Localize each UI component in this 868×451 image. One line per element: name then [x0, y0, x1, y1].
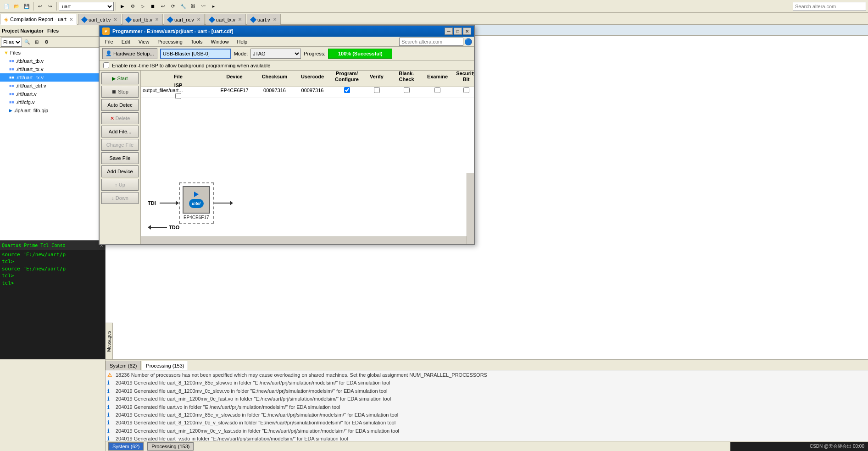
row-isp-cell[interactable] — [143, 93, 214, 99]
toolbar-icon-stop[interactable]: ⏹ — [148, 2, 157, 11]
up-button[interactable]: ↑ Up — [101, 179, 139, 191]
tab-close-uart-tb[interactable]: ✕ — [155, 17, 159, 22]
stop-button[interactable]: ⏹ Stop — [101, 86, 139, 98]
toolbar-icon-undo[interactable]: ↩ — [35, 2, 45, 11]
file-tree: ▼ Files ■■ ./tb/uart_tb.v ■■ ./rtl/uart_… — [0, 48, 105, 250]
messages-area: System (62) Processing (153) ⚠ 18236 Num… — [106, 359, 868, 451]
row-examine-cell[interactable] — [423, 87, 452, 93]
list-item[interactable]: ▶ ./ip/uart_fifo.qip — [0, 106, 105, 115]
tab-close-compilation[interactable]: ✕ — [69, 17, 73, 22]
toolbar-icon-wave[interactable]: 〰 — [199, 2, 208, 11]
toolbar-icon-new[interactable]: 📄 — [2, 2, 11, 11]
enable-isp-checkbox[interactable] — [103, 62, 109, 68]
toolbar-icon-chip[interactable]: 🔧 — [178, 2, 188, 11]
toolbar-icon-more1[interactable]: ↩ — [158, 2, 167, 11]
pn-icon-search[interactable]: 🔍 — [22, 38, 32, 47]
pn-icon-settings[interactable]: ⚙ — [42, 38, 51, 47]
list-item[interactable]: ■■ ./rtl/cfg.v — [0, 98, 105, 106]
row-verify-cell[interactable] — [363, 87, 390, 93]
table-row[interactable]: output_files/uart... EP4CE6F17 00097316 … — [141, 87, 474, 98]
add-file-button[interactable]: Add File... — [101, 126, 139, 138]
footer-tab-system[interactable]: System (62) — [108, 442, 144, 451]
list-item[interactable]: ■■ ./rtl/uart_tx.v — [0, 65, 105, 73]
window-minimize-button[interactable]: ─ — [445, 28, 453, 35]
window-restore-button[interactable]: □ — [454, 28, 462, 35]
blank-checkbox[interactable] — [404, 87, 410, 93]
menu-window[interactable]: Window — [207, 37, 232, 46]
info-icon-8: ℹ — [107, 435, 114, 441]
tab-compilation-report[interactable]: ◈ Compilation Report - uart ✕ — [0, 14, 77, 25]
main-search-input[interactable] — [793, 2, 866, 11]
toolbar-icon-chain[interactable]: ⛓ — [189, 2, 198, 11]
file-ctrl-label: ./rtl/uart_ctrl.v — [16, 83, 46, 88]
tab-uart-rx[interactable]: uart_rx.v ✕ — [164, 14, 205, 25]
row-blank-cell[interactable] — [390, 87, 423, 93]
programmer-search-input[interactable] — [399, 38, 463, 46]
toolbar-icon-more2[interactable]: ⟳ — [168, 2, 178, 11]
footer-tab-processing[interactable]: Processing (153) — [147, 442, 194, 451]
down-label: Down — [116, 195, 128, 201]
change-file-button[interactable]: Change File — [101, 139, 139, 151]
left-panel: Project Navigator Files Files 🔍 ⊞ ⚙ ▼ Fi… — [0, 25, 106, 451]
tab-uart-tb[interactable]: uart_tb.v ✕ — [122, 14, 163, 25]
msg-text-3: 204019 Generated file uart_min_1200mv_0c… — [116, 396, 391, 402]
file-tree-root[interactable]: ▼ Files — [0, 49, 105, 57]
tab-close-uart-rx[interactable]: ✕ — [197, 17, 200, 22]
auto-detect-button[interactable]: Auto Detec — [101, 99, 139, 111]
tab-processing[interactable]: Processing (153) — [142, 361, 188, 370]
tab-close-uart-ctrl[interactable]: ✕ — [113, 17, 117, 22]
menu-processing[interactable]: Processing — [154, 37, 186, 46]
toolbar-icon-start[interactable]: ▷ — [138, 2, 147, 11]
row-program-cell[interactable] — [331, 87, 363, 93]
scrollbar-horizontal[interactable] — [141, 236, 467, 244]
menu-help[interactable]: Help — [234, 37, 251, 46]
tab-close-uart-tx[interactable]: ✕ — [238, 17, 242, 22]
list-item[interactable]: ■■ ./tb/uart_tb.v — [0, 57, 105, 65]
vtab-messages-label: Messages — [106, 331, 111, 352]
isp-checkbox[interactable] — [175, 93, 181, 99]
program-checkbox[interactable] — [344, 87, 350, 93]
msg-text-warn: 18236 Number of processors has not been … — [116, 372, 487, 379]
security-checkbox[interactable] — [463, 87, 469, 93]
scrollbar-vertical[interactable] — [467, 173, 474, 244]
pn-icon-filter[interactable]: ⊞ — [32, 38, 41, 47]
toolbar-separator2 — [56, 2, 57, 11]
tab-close-uart-v[interactable]: ✕ — [273, 17, 277, 22]
left-vtab-messages[interactable]: Messages — [106, 323, 113, 359]
row-security-cell[interactable] — [452, 87, 474, 93]
save-file-button[interactable]: Save File — [101, 152, 139, 164]
tab-system[interactable]: System (62) — [106, 361, 141, 370]
menu-tools[interactable]: Tools — [187, 37, 206, 46]
menu-view[interactable]: View — [135, 37, 153, 46]
msg-text-2: 204019 Generated file uart_8_1200mv_0c_s… — [116, 388, 387, 395]
list-item[interactable]: ■■ ./rtl/uart_rx.v — [0, 73, 105, 82]
col-blank: Blank-Check — [390, 71, 423, 82]
list-item[interactable]: ■■ ./rtl/uart.v — [0, 90, 105, 98]
menu-edit[interactable]: Edit — [118, 37, 134, 46]
mode-select[interactable]: JTAG — [250, 49, 301, 59]
project-dropdown[interactable]: uart — [59, 2, 114, 11]
verify-checkbox[interactable] — [374, 87, 380, 93]
down-button[interactable]: ↓ Down — [101, 192, 139, 204]
delete-button[interactable]: ✕ Delete — [101, 112, 139, 124]
tab-uart-v[interactable]: uart.v ✕ — [247, 14, 281, 25]
start-button[interactable]: ▶ Start — [101, 72, 139, 84]
toolbar-icon-save[interactable]: 💾 — [22, 2, 31, 11]
hardware-setup-button[interactable]: 👤 Hardware Setup... — [102, 48, 157, 59]
toolbar-icon-open[interactable]: 📂 — [12, 2, 21, 11]
toolbar-icon-prog[interactable]: ⚙ — [128, 2, 137, 11]
tab-uart-tx[interactable]: uart_tx.v ✕ — [206, 14, 246, 25]
list-item[interactable]: ■■ ./rtl/uart_ctrl.v — [0, 82, 105, 90]
menu-file[interactable]: File — [101, 37, 117, 46]
window-close-button[interactable]: ✕ — [463, 28, 471, 35]
files-dropdown[interactable]: Files — [1, 38, 22, 47]
examine-checkbox[interactable] — [434, 87, 440, 93]
side-buttons: ▶ Start ⏹ Stop Auto Detec ✕ Delete Add F… — [100, 71, 141, 244]
add-device-button[interactable]: Add Device — [101, 165, 139, 177]
tab-uart-ctrl[interactable]: uart_ctrl.v ✕ — [78, 14, 121, 25]
msg-line-6: ℹ 204019 Generated file uart_8_1200mv_0c… — [106, 419, 867, 427]
toolbar-icon-redo[interactable]: ↪ — [45, 2, 55, 11]
hardware-input[interactable] — [160, 49, 231, 59]
toolbar-icon-compile[interactable]: ▶ — [118, 2, 127, 11]
toolbar-icon-sim[interactable]: ▸ — [209, 2, 218, 11]
